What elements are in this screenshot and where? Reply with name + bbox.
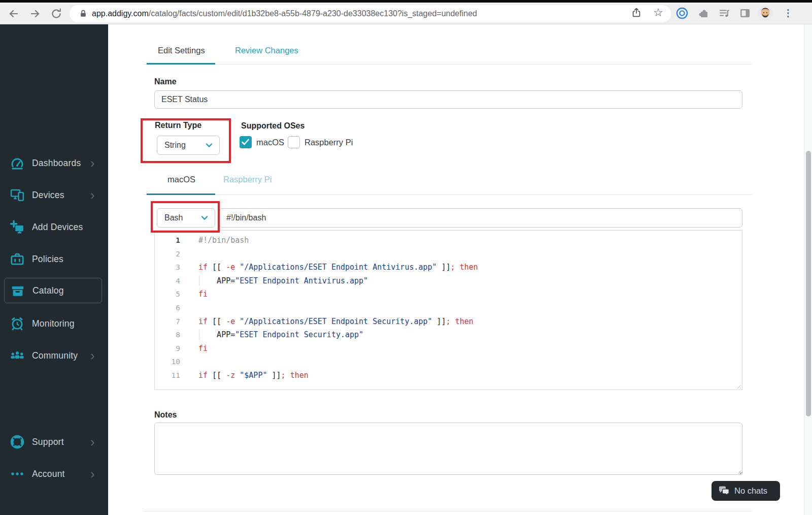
sidebar-label: Monitoring: [32, 318, 75, 329]
name-input[interactable]: [154, 90, 742, 109]
code-line[interactable]: 2: [155, 247, 742, 261]
code-line[interactable]: 8 APP="ESET Endpoint Security.app": [155, 328, 742, 342]
name-label: Name: [154, 77, 177, 86]
chat-bubbles-icon: [718, 486, 730, 497]
sidebar-label: Support: [32, 437, 64, 447]
macos-checkbox[interactable]: [240, 136, 252, 148]
os-active-tab-underline: [147, 194, 215, 195]
editor-resize-handle[interactable]: [735, 382, 741, 389]
url-text: app.addigy.com/catalog/facts/custom/edit…: [92, 9, 477, 18]
sidebar-item-policies[interactable]: Policies: [0, 246, 108, 272]
line-number: 3: [155, 261, 187, 274]
url-domain: app.addigy.com: [92, 9, 149, 18]
supported-oses-label: Supported OSes: [241, 121, 304, 131]
code-line[interactable]: 1#!/bin/bash: [155, 234, 742, 247]
sidebar-item-account[interactable]: Account ›: [0, 461, 108, 487]
browser-toolbar: app.addigy.com/catalog/facts/custom/edit…: [0, 3, 812, 24]
chevron-right-icon: ›: [90, 436, 95, 447]
code-line[interactable]: 6: [155, 301, 742, 315]
tabs-divider: [144, 64, 752, 65]
footer-divider: [144, 511, 752, 511]
sidebar-item-support[interactable]: Support ›: [0, 429, 108, 455]
macos-checkbox-label: macOS: [256, 138, 284, 147]
reload-icon[interactable]: [50, 8, 62, 20]
back-icon[interactable]: [8, 8, 20, 20]
code-line[interactable]: 3if [[ -e "/Applications/ESET Endpoint A…: [155, 261, 742, 274]
devices-icon: [10, 187, 25, 203]
code-line[interactable]: 9fi: [155, 342, 742, 356]
code-editor[interactable]: 1#!/bin/bash23if [[ -e "/Applications/ES…: [154, 230, 742, 390]
url-path: /catalog/facts/custom/edit/d1b32be8-a55b…: [149, 9, 477, 18]
line-number: 6: [155, 301, 187, 315]
line-number: 7: [155, 315, 187, 329]
chevron-right-icon: ›: [90, 350, 95, 361]
catalog-archive-icon: [10, 283, 25, 298]
tab-review-changes[interactable]: Review Changes: [235, 46, 298, 55]
sidebar-label: Catalog: [32, 285, 64, 296]
browser-menu-icon[interactable]: ⋮: [782, 7, 794, 19]
add-devices-icon: [10, 219, 25, 235]
code-line[interactable]: 5fi: [155, 287, 742, 301]
chat-widget-button[interactable]: No chats: [712, 481, 780, 501]
line-number: 1: [155, 234, 187, 247]
playlist-extension-icon[interactable]: [718, 7, 730, 19]
chevron-right-icon: ›: [90, 468, 95, 479]
bookmark-star-icon[interactable]: ☆: [653, 7, 664, 18]
line-number: 11: [155, 369, 187, 382]
onepassword-extension-icon[interactable]: [676, 7, 688, 19]
sidebar-item-dashboards[interactable]: Dashboards ›: [0, 150, 108, 176]
language-select[interactable]: Bash: [157, 208, 215, 228]
sidebar-item-catalog[interactable]: Catalog: [4, 278, 102, 303]
side-panel-icon[interactable]: [739, 7, 751, 19]
profile-avatar[interactable]: [758, 6, 772, 20]
code-editor-lines: 1#!/bin/bash23if [[ -e "/Applications/ES…: [155, 234, 742, 382]
code-line[interactable]: 7if [[ -e "/Applications/ESET Endpoint S…: [155, 315, 742, 329]
dashboard-gauge-icon: [10, 155, 25, 171]
raspberry-pi-checkbox[interactable]: [288, 136, 300, 148]
sidebar: Dashboards › Devices › Add Devices Polic…: [0, 24, 108, 515]
chat-button-label: No chats: [734, 486, 767, 496]
share-icon[interactable]: [631, 7, 642, 18]
tab-edit-settings[interactable]: Edit Settings: [158, 46, 205, 55]
sidebar-label: Policies: [32, 254, 63, 265]
code-line[interactable]: 4 APP="ESET Endpoint Antivirus.app": [155, 274, 742, 288]
raspberry-pi-checkbox-label: Raspberry Pi: [304, 138, 353, 147]
chevron-down-icon: [200, 214, 209, 222]
sidebar-label: Community: [32, 350, 78, 361]
sidebar-item-devices[interactable]: Devices ›: [0, 182, 108, 208]
notes-label: Notes: [154, 410, 177, 420]
life-buoy-icon: [10, 434, 25, 449]
ellipsis-icon: [10, 466, 25, 481]
line-number: 10: [155, 355, 187, 369]
main-content: Edit Settings Review Changes Name Return…: [108, 24, 804, 515]
chevron-down-icon: [205, 141, 213, 149]
extensions-puzzle-icon[interactable]: [697, 7, 709, 19]
chevron-right-icon: ›: [90, 189, 95, 201]
os-tab-raspberry-pi[interactable]: Raspberry Pi: [223, 175, 272, 184]
line-number: 5: [155, 287, 187, 301]
os-tab-macos[interactable]: macOS: [167, 175, 195, 184]
sidebar-item-add-devices[interactable]: Add Devices: [0, 214, 108, 240]
line-number: 9: [155, 342, 187, 356]
active-tab-underline: [147, 63, 215, 65]
alarm-clock-icon: [10, 316, 25, 331]
shebang-input[interactable]: [219, 208, 742, 228]
code-line[interactable]: 10: [155, 355, 742, 369]
line-number: 4: [155, 274, 187, 288]
checkmark-icon: [241, 138, 250, 146]
address-bar[interactable]: app.addigy.com/catalog/facts/custom/edit…: [70, 5, 671, 22]
return-type-label: Return Type: [155, 121, 201, 130]
sidebar-label: Devices: [32, 190, 64, 201]
line-number: 8: [155, 328, 187, 342]
forward-icon[interactable]: [29, 8, 41, 20]
sidebar-item-community[interactable]: Community ›: [0, 343, 108, 368]
scrollbar-thumb[interactable]: [806, 151, 811, 416]
sidebar-item-monitoring[interactable]: Monitoring: [0, 311, 108, 336]
lock-icon: [79, 9, 88, 18]
return-type-select[interactable]: String: [157, 136, 220, 155]
notes-textarea[interactable]: [154, 423, 742, 475]
language-value: Bash: [164, 213, 183, 222]
code-line[interactable]: 11if [[ -z "$APP" ]]; then: [155, 369, 742, 382]
page-scrollbar[interactable]: [804, 24, 812, 515]
briefcase-icon: [10, 251, 25, 267]
